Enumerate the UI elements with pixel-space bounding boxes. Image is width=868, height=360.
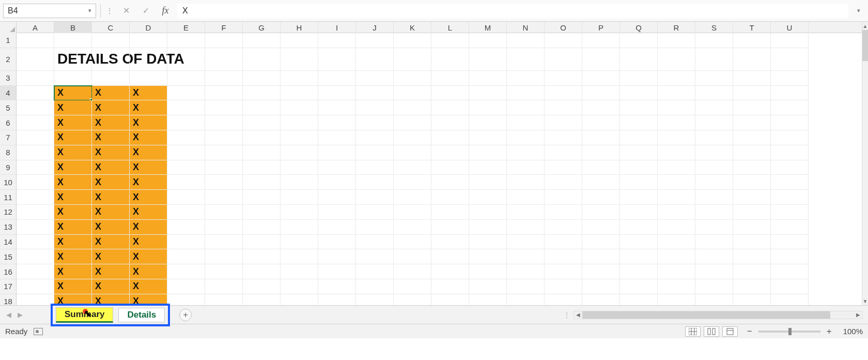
cell-G2[interactable] bbox=[243, 48, 281, 71]
cell-S1[interactable] bbox=[695, 33, 733, 48]
cell-E1[interactable] bbox=[167, 33, 205, 48]
cell-K15[interactable] bbox=[394, 249, 431, 264]
cell-F5[interactable] bbox=[205, 100, 243, 115]
cell-L13[interactable] bbox=[431, 220, 469, 235]
cell-C9[interactable]: X bbox=[92, 160, 130, 175]
cell-P3[interactable] bbox=[582, 71, 620, 86]
cell-C8[interactable]: X bbox=[92, 145, 130, 160]
cell-T15[interactable] bbox=[733, 249, 771, 264]
cell-M2[interactable] bbox=[469, 48, 507, 71]
cell-D7[interactable]: X bbox=[130, 130, 167, 145]
row-header-16[interactable]: 16 bbox=[0, 264, 17, 279]
cell-U4[interactable] bbox=[771, 86, 809, 101]
column-header-P[interactable]: P bbox=[582, 22, 620, 33]
cell-H8[interactable] bbox=[281, 145, 318, 160]
row-header-2[interactable]: 2 bbox=[0, 48, 17, 71]
cell-N12[interactable] bbox=[507, 205, 545, 220]
column-header-L[interactable]: L bbox=[431, 22, 469, 33]
cell-Q13[interactable] bbox=[620, 220, 658, 235]
cell-M10[interactable] bbox=[469, 175, 507, 190]
cells-area[interactable]: DETAILS OF DATAXXXXXXXXXXXXXXXXXXXXXXXXX… bbox=[17, 33, 862, 305]
cell-I17[interactable] bbox=[318, 279, 356, 294]
cell-O14[interactable] bbox=[545, 235, 582, 250]
cell-G11[interactable] bbox=[243, 190, 281, 205]
cell-T7[interactable] bbox=[733, 130, 771, 145]
cell-N1[interactable] bbox=[507, 33, 545, 48]
cell-H14[interactable] bbox=[281, 235, 318, 250]
cell-Q3[interactable] bbox=[620, 71, 658, 86]
row-header-3[interactable]: 3 bbox=[0, 71, 17, 86]
cell-P11[interactable] bbox=[582, 190, 620, 205]
cell-A5[interactable] bbox=[17, 100, 54, 115]
cell-F15[interactable] bbox=[205, 249, 243, 264]
cell-D13[interactable]: X bbox=[130, 220, 167, 235]
cell-H15[interactable] bbox=[281, 249, 318, 264]
cell-C4[interactable]: X bbox=[92, 86, 130, 101]
cell-B7[interactable]: X bbox=[54, 130, 92, 145]
formula-bar-handle-icon[interactable]: ⋮ bbox=[105, 7, 114, 15]
row-header-11[interactable]: 11 bbox=[0, 190, 17, 205]
cell-E9[interactable] bbox=[167, 160, 205, 175]
scroll-thumb[interactable] bbox=[582, 311, 830, 319]
cell-U1[interactable] bbox=[771, 33, 809, 48]
cell-F7[interactable] bbox=[205, 130, 243, 145]
cell-H2[interactable] bbox=[281, 48, 318, 71]
cell-I8[interactable] bbox=[318, 145, 356, 160]
cell-H9[interactable] bbox=[281, 160, 318, 175]
cell-A13[interactable] bbox=[17, 220, 54, 235]
cell-F11[interactable] bbox=[205, 190, 243, 205]
row-header-5[interactable]: 5 bbox=[0, 100, 17, 115]
cell-F13[interactable] bbox=[205, 220, 243, 235]
enter-button[interactable]: ✓ bbox=[138, 4, 153, 18]
cell-K4[interactable] bbox=[394, 86, 431, 101]
cell-D12[interactable]: X bbox=[130, 205, 167, 220]
column-header-K[interactable]: K bbox=[394, 22, 431, 33]
cell-O11[interactable] bbox=[545, 190, 582, 205]
cell-I4[interactable] bbox=[318, 86, 356, 101]
cell-A16[interactable] bbox=[17, 264, 54, 279]
cell-O6[interactable] bbox=[545, 115, 582, 130]
cell-J3[interactable] bbox=[356, 71, 394, 86]
cell-S11[interactable] bbox=[695, 190, 733, 205]
cell-R3[interactable] bbox=[658, 71, 695, 86]
cell-D17[interactable]: X bbox=[130, 279, 167, 294]
cell-B9[interactable]: X bbox=[54, 160, 92, 175]
macro-record-icon[interactable] bbox=[34, 328, 43, 335]
column-header-U[interactable]: U bbox=[771, 22, 809, 33]
cell-J8[interactable] bbox=[356, 145, 394, 160]
cell-D15[interactable]: X bbox=[130, 249, 167, 264]
column-header-R[interactable]: R bbox=[658, 22, 695, 33]
cell-G16[interactable] bbox=[243, 264, 281, 279]
cell-P7[interactable] bbox=[582, 130, 620, 145]
cell-E11[interactable] bbox=[167, 190, 205, 205]
row-header-9[interactable]: 9 bbox=[0, 160, 17, 175]
cell-C6[interactable]: X bbox=[92, 115, 130, 130]
cell-H17[interactable] bbox=[281, 279, 318, 294]
cell-I6[interactable] bbox=[318, 115, 356, 130]
cell-C5[interactable]: X bbox=[92, 100, 130, 115]
cell-P15[interactable] bbox=[582, 249, 620, 264]
cell-B13[interactable]: X bbox=[54, 220, 92, 235]
cell-J10[interactable] bbox=[356, 175, 394, 190]
cell-T11[interactable] bbox=[733, 190, 771, 205]
cell-K3[interactable] bbox=[394, 71, 431, 86]
cell-I14[interactable] bbox=[318, 235, 356, 250]
cell-F10[interactable] bbox=[205, 175, 243, 190]
scroll-down-button[interactable]: ▼ bbox=[862, 297, 868, 305]
cell-G1[interactable] bbox=[243, 33, 281, 48]
cell-F8[interactable] bbox=[205, 145, 243, 160]
cell-B16[interactable]: X bbox=[54, 264, 92, 279]
cell-S5[interactable] bbox=[695, 100, 733, 115]
cell-Q16[interactable] bbox=[620, 264, 658, 279]
cell-R10[interactable] bbox=[658, 175, 695, 190]
scroll-up-button[interactable]: ▲ bbox=[862, 22, 868, 30]
cell-T16[interactable] bbox=[733, 264, 771, 279]
cell-M6[interactable] bbox=[469, 115, 507, 130]
scroll-thumb[interactable] bbox=[862, 30, 868, 61]
cell-D9[interactable]: X bbox=[130, 160, 167, 175]
cell-R2[interactable] bbox=[658, 48, 695, 71]
cell-R8[interactable] bbox=[658, 145, 695, 160]
tab-splitter-icon[interactable]: ⋮ bbox=[563, 311, 570, 319]
column-header-C[interactable]: C bbox=[92, 22, 130, 33]
zoom-in-button[interactable]: + bbox=[825, 326, 834, 337]
